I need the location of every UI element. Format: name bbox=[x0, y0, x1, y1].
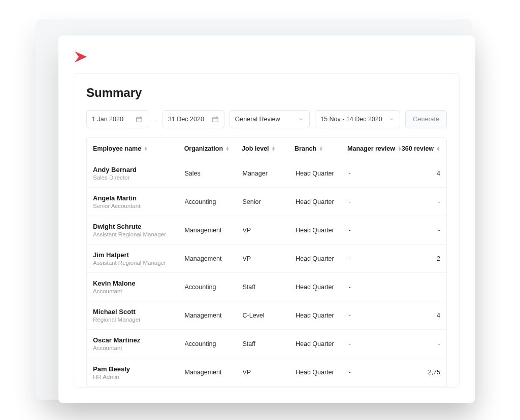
table-header: Employee name ▲▼ Organization ▲▼ Job lev… bbox=[87, 138, 446, 159]
col-label: Manager review bbox=[347, 145, 395, 152]
col-label: Employee name bbox=[93, 145, 141, 152]
table-row: Jim HalpertAssistant Regional ManagerMan… bbox=[87, 244, 446, 273]
table-row: Michael ScottRegional ManagerManagementC… bbox=[87, 301, 446, 330]
col-label: Branch bbox=[295, 145, 316, 152]
cell-job-level: Staff bbox=[243, 340, 296, 347]
cell-organization: Accounting bbox=[185, 284, 243, 291]
review-type-select[interactable]: General Review bbox=[230, 110, 310, 128]
cell-manager-review: - bbox=[349, 369, 402, 376]
period-select[interactable]: 15 Nov - 14 Dec 2020 bbox=[315, 110, 400, 128]
table-row: Dwight SchruteAssistant Regional Manager… bbox=[87, 216, 446, 244]
col-manager-review[interactable]: Manager review ▲▼ bbox=[347, 145, 402, 152]
cell-organization: Accounting bbox=[185, 340, 243, 347]
cell-job-level: Manager bbox=[243, 170, 296, 177]
start-date-value: 1 Jan 2020 bbox=[92, 116, 123, 123]
cell-job-level: VP bbox=[243, 369, 296, 376]
generate-button[interactable]: Generate bbox=[405, 110, 447, 128]
cell-manager-review: - bbox=[349, 198, 402, 205]
period-value: 15 Nov - 14 Dec 2020 bbox=[320, 116, 382, 123]
employee-name: Angela Martin bbox=[93, 194, 185, 202]
cell-branch: Head Quarter bbox=[296, 227, 349, 234]
col-job-level[interactable]: Job level ▲▼ bbox=[242, 145, 295, 152]
col-organization[interactable]: Organization ▲▼ bbox=[184, 145, 242, 152]
cell-employee: Kevin MaloneAccountant bbox=[93, 279, 185, 294]
col-branch[interactable]: Branch ▲▼ bbox=[295, 145, 347, 152]
employee-role: Accountant bbox=[93, 345, 185, 351]
summary-table: Employee name ▲▼ Organization ▲▼ Job lev… bbox=[86, 137, 447, 387]
cell-job-level: Staff bbox=[243, 284, 296, 291]
cell-employee: Pam BeeslyHR Admin bbox=[93, 365, 185, 380]
sort-icon: ▲▼ bbox=[319, 146, 323, 151]
cell-organization: Management bbox=[185, 227, 243, 234]
cell-job-level: VP bbox=[243, 227, 296, 234]
filter-bar: 1 Jan 2020 - 31 Dec 2020 General Review bbox=[86, 110, 447, 128]
review-type-value: General Review bbox=[235, 116, 280, 123]
col-employee-name[interactable]: Employee name ▲▼ bbox=[93, 145, 184, 152]
topbar bbox=[74, 50, 460, 64]
employee-name: Andy Bernard bbox=[93, 166, 185, 173]
cell-360-review: 4 bbox=[437, 312, 440, 319]
end-date-value: 31 Dec 2020 bbox=[168, 116, 204, 123]
table-row: Oscar MartinezAccountantAccountingStaffH… bbox=[87, 330, 446, 358]
employee-role: Assistant Regional Manager bbox=[93, 260, 185, 266]
col-label: Organization bbox=[184, 145, 223, 152]
start-date-picker[interactable]: 1 Jan 2020 bbox=[86, 110, 148, 128]
employee-name: Dwight Schrute bbox=[93, 223, 185, 230]
table-body: Andy BernardSales DirectorSalesManagerHe… bbox=[87, 159, 446, 387]
employee-role: Sales Director bbox=[93, 174, 185, 181]
employee-role: Accountant bbox=[93, 288, 185, 294]
table-row: Andy BernardSales DirectorSalesManagerHe… bbox=[87, 159, 446, 188]
cell-manager-review: - bbox=[349, 255, 402, 262]
sort-icon: ▲▼ bbox=[398, 146, 402, 151]
cell-job-level: VP bbox=[243, 255, 296, 262]
date-range-separator: - bbox=[153, 116, 157, 123]
cell-manager-review: - bbox=[349, 284, 402, 291]
cell-employee: Jim HalpertAssistant Regional Manager bbox=[93, 251, 185, 266]
cell-organization: Management bbox=[185, 312, 243, 319]
col-label: Job level bbox=[242, 145, 269, 152]
sort-icon: ▲▼ bbox=[436, 146, 440, 151]
chevron-down-icon bbox=[388, 116, 395, 122]
end-date-picker[interactable]: 31 Dec 2020 bbox=[162, 110, 224, 128]
cell-job-level: C-Level bbox=[243, 312, 296, 319]
employee-name: Michael Scott bbox=[93, 308, 185, 316]
cell-360-review: 4 bbox=[437, 170, 440, 177]
cell-manager-review: - bbox=[349, 340, 402, 347]
cell-360-review: 2 bbox=[437, 255, 440, 262]
sort-icon: ▲▼ bbox=[144, 146, 148, 151]
cell-organization: Management bbox=[185, 369, 243, 376]
cell-360-review: - bbox=[438, 227, 440, 234]
svg-rect-0 bbox=[136, 117, 142, 122]
employee-name: Jim Halpert bbox=[93, 251, 185, 259]
cell-manager-review: - bbox=[349, 312, 402, 319]
cell-branch: Head Quarter bbox=[296, 284, 349, 291]
cell-360-review: - bbox=[438, 198, 440, 205]
employee-role: HR Admin bbox=[93, 374, 185, 380]
cell-organization: Management bbox=[185, 255, 243, 262]
cell-employee: Andy BernardSales Director bbox=[93, 166, 185, 181]
app-window: Summary 1 Jan 2020 - 31 Dec 2020 General… bbox=[58, 36, 475, 403]
content-card: Summary 1 Jan 2020 - 31 Dec 2020 General… bbox=[74, 73, 460, 388]
employee-name: Kevin Malone bbox=[93, 279, 185, 287]
cell-job-level: Senior bbox=[243, 198, 296, 205]
calendar-icon bbox=[212, 116, 219, 123]
col-360-review[interactable]: 360 review ▲▼ bbox=[402, 145, 440, 152]
employee-name: Oscar Martinez bbox=[93, 336, 185, 344]
cell-manager-review: - bbox=[349, 170, 402, 177]
cell-branch: Head Quarter bbox=[296, 170, 349, 177]
calendar-icon bbox=[136, 116, 143, 123]
employee-role: Senior Accountant bbox=[93, 203, 185, 209]
cell-manager-review: - bbox=[349, 227, 402, 234]
employee-role: Assistant Regional Manager bbox=[93, 231, 185, 237]
cell-branch: Head Quarter bbox=[296, 198, 349, 205]
cell-organization: Sales bbox=[185, 170, 243, 177]
cell-employee: Oscar MartinezAccountant bbox=[93, 336, 185, 351]
employee-role: Regional Manager bbox=[93, 317, 185, 323]
sort-icon: ▲▼ bbox=[225, 146, 230, 151]
cell-360-review: - bbox=[438, 340, 440, 347]
table-row: Kevin MaloneAccountantAccountingStaffHea… bbox=[87, 273, 446, 301]
cell-360-review: 2,75 bbox=[428, 369, 440, 376]
cell-employee: Angela MartinSenior Accountant bbox=[93, 194, 185, 209]
cell-branch: Head Quarter bbox=[296, 255, 349, 262]
page-title: Summary bbox=[86, 86, 447, 100]
